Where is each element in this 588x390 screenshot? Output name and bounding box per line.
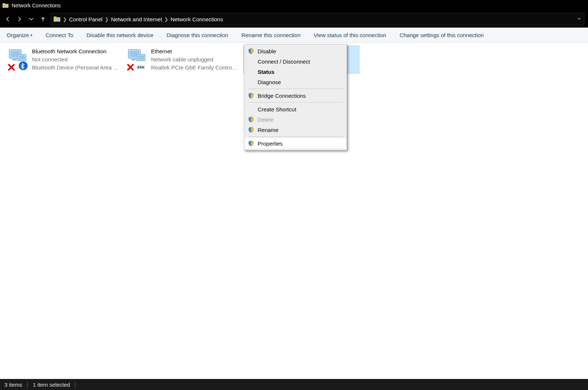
connection-item-bluetooth[interactable]: Bluetooth Network Connection Not connect… (5, 46, 121, 74)
connection-device: Realtek PCIe GbE Family Controller (151, 64, 238, 72)
address-folder-icon (53, 15, 61, 23)
connection-icon (8, 47, 28, 72)
menu-item-connect-disconnect[interactable]: Connect / Disconnect (244, 56, 347, 67)
menu-item-properties[interactable]: Properties (244, 138, 347, 149)
menu-item-label: Connect / Disconnect (258, 58, 310, 65)
navigation-bar: ❯ Control Panel ❯ Network and Internet ❯… (0, 11, 588, 28)
shield-icon (248, 127, 254, 133)
menu-item-label: Disable (258, 48, 276, 54)
rename-label: Rename this connection (241, 32, 301, 38)
forward-button[interactable] (15, 15, 24, 23)
menu-item-label: Rename (258, 127, 279, 133)
connection-text: Ethernet Network cable unplugged Realtek… (151, 47, 238, 72)
chevron-right-icon: ❯ (164, 17, 168, 22)
menu-separator (248, 89, 343, 89)
status-selection: 1 item selected (33, 382, 70, 388)
error-x-icon (127, 64, 134, 71)
connection-status: Network cable unplugged (151, 56, 238, 64)
title-bar: Network Connections (0, 0, 588, 11)
menu-item-status[interactable]: Status (244, 67, 347, 77)
menu-item-label: Bridge Connections (258, 93, 306, 99)
change-settings-button[interactable]: Change settings of this connection (399, 32, 484, 38)
organize-label: Organize (7, 32, 29, 38)
connection-text: Bluetooth Network Connection Not connect… (32, 47, 118, 72)
organize-menu[interactable]: Organize ▾ (7, 32, 32, 38)
address-bar[interactable]: ❯ Control Panel ❯ Network and Internet ❯… (51, 13, 584, 25)
shield-icon (248, 117, 254, 122)
chevron-right-icon: ❯ (63, 17, 67, 22)
view-status-button[interactable]: View status of this connection (314, 32, 386, 38)
rename-connection-button[interactable]: Rename this connection (241, 32, 301, 38)
recent-locations-button[interactable] (27, 15, 35, 23)
menu-item-rename[interactable]: Rename (244, 125, 347, 135)
diagnose-label: Diagnose this connection (166, 32, 228, 38)
connection-device: Bluetooth Device (Personal Area ... (32, 64, 118, 72)
status-bar: 3 items 1 item selected (0, 379, 588, 390)
context-menu: Disable Connect / Disconnect Status Diag… (244, 44, 347, 150)
view-status-label: View status of this connection (314, 32, 386, 38)
change-settings-label: Change settings of this connection (399, 32, 484, 38)
command-bar: Organize ▾ Connect To Disable this netwo… (0, 28, 588, 43)
diagnose-connection-button[interactable]: Diagnose this connection (166, 32, 228, 38)
status-divider (27, 382, 28, 387)
menu-item-label: Status (258, 69, 275, 75)
menu-item-bridge-connections[interactable]: Bridge Connections (244, 90, 347, 101)
breadcrumb-network-connections[interactable]: Network Connections (171, 16, 223, 22)
menu-item-delete: Delete (244, 114, 347, 125)
status-item-count: 3 items (4, 382, 22, 388)
menu-item-label: Create Shortcut (258, 106, 296, 112)
address-dropdown-icon[interactable] (577, 16, 582, 22)
error-x-icon (8, 64, 15, 71)
window-title: Network Connections (12, 3, 61, 8)
back-button[interactable] (4, 15, 12, 23)
breadcrumb-network-and-internet[interactable]: Network and Internet (111, 16, 162, 22)
ethernet-icon (136, 64, 146, 70)
bluetooth-icon (19, 61, 28, 70)
shield-icon (248, 140, 254, 146)
connection-name: Ethernet (151, 47, 238, 56)
chevron-right-icon: ❯ (105, 17, 109, 22)
connect-to-button[interactable]: Connect To (46, 32, 74, 38)
connection-item-ethernet[interactable]: Ethernet Network cable unplugged Realtek… (124, 46, 240, 74)
menu-item-disable[interactable]: Disable (244, 46, 347, 56)
network-adapter-icon (128, 48, 146, 63)
menu-separator (248, 102, 343, 103)
menu-item-label: Properties (258, 140, 283, 147)
network-adapter-icon (8, 48, 27, 63)
content-area: Bluetooth Network Connection Not connect… (0, 43, 588, 379)
menu-item-create-shortcut[interactable]: Create Shortcut (244, 104, 347, 114)
status-divider (75, 382, 75, 387)
up-button[interactable] (39, 15, 47, 23)
menu-separator (248, 136, 343, 137)
connection-name: Bluetooth Network Connection (32, 47, 118, 56)
connect-to-label: Connect To (46, 32, 74, 38)
disable-device-button[interactable]: Disable this network device (86, 32, 153, 38)
menu-item-label: Delete (258, 117, 273, 123)
shield-icon (248, 93, 254, 99)
app-icon (2, 2, 9, 9)
chevron-down-icon: ▾ (31, 33, 32, 37)
disable-device-label: Disable this network device (86, 32, 153, 38)
connection-status: Not connected (32, 56, 118, 64)
shield-icon (248, 48, 254, 54)
breadcrumb-control-panel[interactable]: Control Panel (69, 16, 103, 22)
menu-item-diagnose[interactable]: Diagnose (244, 77, 347, 87)
connection-icon (127, 47, 147, 72)
menu-item-label: Diagnose (258, 79, 281, 85)
